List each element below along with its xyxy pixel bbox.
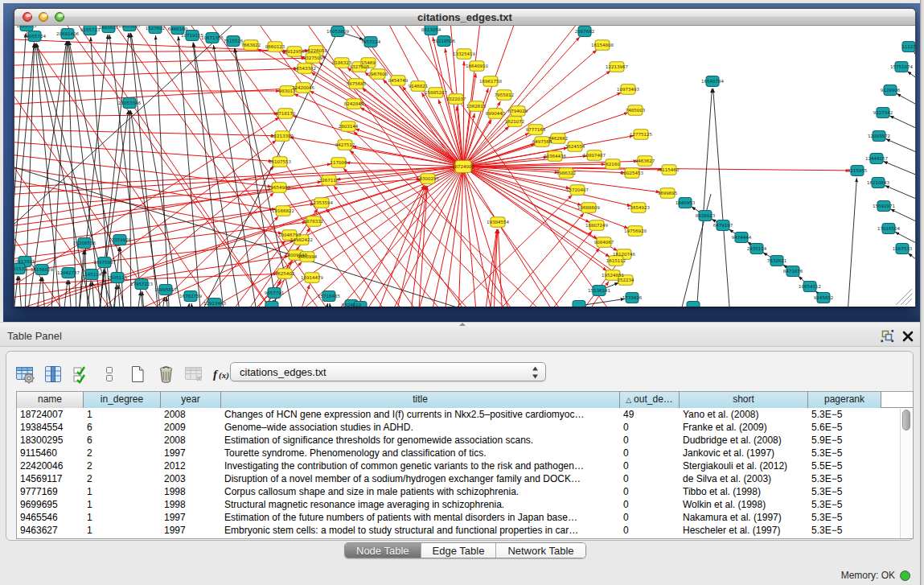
tab-network-table[interactable]: Network Table — [496, 543, 585, 558]
svg-text:9327509: 9327509 — [303, 56, 323, 60]
svg-text:12353594: 12353594 — [310, 200, 333, 205]
float-window-icon[interactable] — [881, 329, 894, 343]
table-row[interactable]: 2242004622012Investigating the contribut… — [17, 459, 913, 472]
network-window-title: citations_edges.txt — [14, 11, 915, 23]
cell-year: 2008 — [161, 408, 221, 421]
svg-text:12093872: 12093872 — [868, 134, 890, 138]
cell-year: 1997 — [161, 524, 221, 537]
cell-title: Estimation of the future numbers of pati… — [221, 511, 620, 524]
svg-text:9427512: 9427512 — [335, 142, 355, 147]
svg-text:8471676: 8471676 — [783, 269, 803, 274]
network-canvas[interactable]: 2026573140557242069140691557231883817106… — [14, 26, 915, 307]
column-header-name[interactable]: name — [17, 392, 84, 408]
svg-text:10688609: 10688609 — [577, 205, 600, 210]
column-header-pagerank[interactable]: pagerank — [808, 392, 881, 408]
svg-text:15692971: 15692971 — [873, 204, 895, 208]
network-window-titlebar[interactable]: citations_edges.txt — [14, 9, 915, 26]
svg-text:8454749: 8454749 — [388, 78, 409, 83]
cell-title: Corpus callosum shape and size in male p… — [221, 485, 620, 498]
row-height-icon[interactable] — [99, 364, 120, 385]
table-panel-header: Table Panel — [0, 326, 920, 347]
cell-out_de: 0 — [620, 434, 680, 447]
cell-in_degree: 6 — [84, 421, 161, 434]
svg-text:7986322: 7986322 — [556, 171, 577, 175]
svg-text:(x): (x) — [219, 370, 229, 381]
svg-text:391531: 391531 — [14, 266, 27, 271]
cell-in_degree: 1 — [84, 498, 161, 511]
table-settings-icon[interactable] — [14, 364, 35, 385]
column-header-title[interactable]: title — [221, 392, 620, 408]
cell-name: 9465546 — [17, 511, 84, 524]
table-panel-body: f(x) citations_edges.txt namein_degreeye… — [6, 351, 914, 541]
cell-year: 1997 — [161, 511, 221, 524]
sort-ascending-icon: △ — [626, 396, 631, 404]
cell-title: Estimation of significance thresholds fo… — [221, 434, 620, 447]
svg-text:5878332: 5878332 — [304, 219, 324, 224]
column-header-year[interactable]: year — [161, 392, 221, 408]
delete-table-icon[interactable] — [183, 364, 204, 385]
svg-text:10671355: 10671355 — [201, 35, 224, 40]
node-table: namein_degreeyeartitle△out_de…shortpager… — [16, 391, 914, 539]
graph-node[interactable] — [687, 302, 700, 307]
table-row[interactable]: 946362711997Embryonic stem cells: a mode… — [17, 524, 913, 537]
new-document-icon[interactable] — [127, 364, 148, 385]
network-view-window: citations_edges.txt 20265731405572420691… — [14, 8, 916, 307]
cell-short: Tibbo et al. (1998) — [680, 485, 808, 498]
svg-text:19166822: 19166822 — [272, 208, 294, 213]
graph-node[interactable] — [265, 302, 278, 307]
network-graph[interactable]: 2026573140557242069140691557231883817106… — [14, 26, 915, 307]
table-panel-title: Table Panel — [7, 330, 62, 342]
svg-text:12923443: 12923443 — [203, 301, 226, 306]
svg-text:7625402: 7625402 — [275, 271, 295, 276]
table-row[interactable]: 1830029562008Estimation of significance … — [17, 434, 913, 447]
select-columns-icon[interactable] — [43, 364, 64, 385]
column-header-short[interactable]: short — [680, 392, 808, 408]
close-panel-icon[interactable] — [902, 331, 914, 342]
cell-out_de: 0 — [620, 447, 680, 459]
svg-text:17016504: 17016504 — [877, 226, 900, 231]
cell-pagerank: 5.5E−5 — [808, 459, 881, 472]
column-header-in_degree[interactable]: in_degree — [84, 392, 161, 408]
cell-out_de: 0 — [620, 524, 680, 537]
tab-edge-table[interactable]: Edge Table — [421, 543, 497, 558]
svg-text:62160: 62160 — [606, 162, 620, 167]
graph-node[interactable] — [573, 301, 585, 307]
table-row[interactable]: 977716911998Corpus callosum shape and si… — [17, 485, 913, 498]
table-row[interactable]: 911546021997Tourette syndrome. Phenomeno… — [17, 447, 913, 459]
table-toolbar: f(x) — [14, 363, 232, 385]
cell-out_de: 0 — [620, 511, 680, 524]
select-rows-icon[interactable] — [71, 364, 92, 385]
delete-trash-icon[interactable] — [155, 364, 176, 385]
table-row[interactable]: 1456911722003Disruption of a novel membe… — [17, 472, 913, 485]
table-row[interactable]: 946554611997Estimation of the future num… — [17, 511, 913, 524]
cell-in_degree: 6 — [84, 434, 161, 447]
cell-short: Yano et al. (2008) — [680, 408, 808, 421]
cell-year: 2003 — [161, 472, 221, 485]
cell-out_de: 0 — [620, 498, 680, 511]
column-header-out_de[interactable]: △out_de… — [620, 392, 680, 408]
svg-text:6794028: 6794028 — [508, 109, 528, 113]
cell-pagerank: 5.3E−5 — [808, 485, 881, 498]
cell-title: Investigating the contribution of common… — [221, 459, 620, 472]
cell-year: 2008 — [161, 434, 221, 447]
svg-text:18300295: 18300295 — [417, 176, 439, 181]
scrollbar-thumb[interactable] — [902, 410, 910, 431]
svg-text:7663822: 7663822 — [241, 43, 261, 47]
svg-text:17359928: 17359928 — [109, 237, 131, 242]
cell-name: 9115460 — [17, 447, 84, 459]
cell-pagerank: 5.3E−5 — [808, 498, 881, 511]
tab-node-table[interactable]: Node Table — [345, 543, 421, 558]
table-vertical-scrollbar[interactable] — [900, 409, 912, 539]
window-resize-grip-icon[interactable] — [896, 289, 912, 305]
svg-text:15136141: 15136141 — [588, 288, 610, 293]
table-row[interactable]: 1872400712008Changes of HCN gene express… — [17, 408, 913, 421]
table-row[interactable]: 1938455462009Genome–wide association stu… — [17, 421, 913, 434]
table-row[interactable]: 969969511998Structural magnetic resonanc… — [17, 498, 913, 511]
svg-text:2505115: 2505115 — [108, 275, 128, 280]
cell-pagerank: 5.3E−5 — [808, 447, 881, 459]
svg-text:1527602: 1527602 — [146, 26, 166, 31]
svg-text:9115460: 9115460 — [659, 167, 680, 172]
table-source-dropdown[interactable]: citations_edges.txt — [230, 362, 546, 381]
table-panel: Table Panel f(x) citations_edges.txt — [0, 326, 920, 585]
cell-in_degree: 1 — [84, 408, 161, 421]
